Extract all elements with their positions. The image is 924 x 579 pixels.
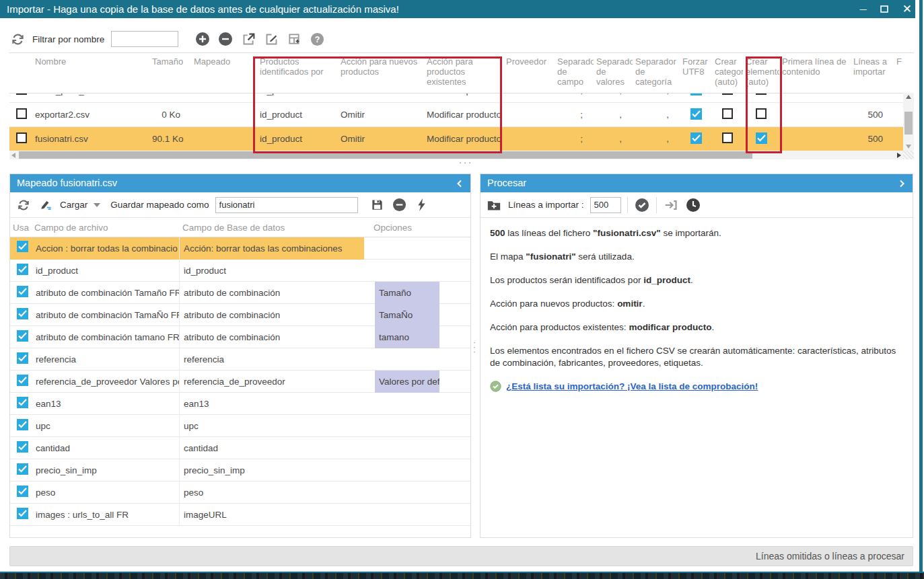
file-row[interactable]: exportar2.csv0 Koid_productOmitirModific… [9, 103, 914, 127]
column-header[interactable]: F [894, 53, 903, 93]
create_cat-checkbox[interactable] [722, 132, 733, 143]
usa-checkbox[interactable] [17, 441, 28, 453]
mapping-row[interactable]: Accion : borrar todas la combinacioAcció… [10, 237, 470, 260]
horizontal-splitter[interactable]: ··· [452, 159, 479, 168]
cell-option[interactable] [375, 237, 439, 260]
column-header[interactable]: Separador de categoría [633, 53, 680, 93]
add-icon[interactable] [194, 31, 211, 47]
mapping-row[interactable]: atributo de combinación Tamaño FRatribut… [10, 282, 470, 304]
vscroll-thumb[interactable] [904, 112, 913, 134]
refresh-icon[interactable] [15, 197, 32, 213]
usa-checkbox[interactable] [17, 286, 28, 297]
cell-option[interactable] [375, 437, 439, 459]
cargar-button[interactable]: Cargar [60, 200, 87, 210]
filter-input[interactable] [111, 31, 178, 47]
column-header[interactable]: Tamaño [149, 53, 191, 93]
usa-checkbox[interactable] [17, 264, 28, 275]
column-header[interactable]: Separado de valores [594, 53, 633, 93]
usa-checkbox[interactable] [17, 508, 28, 519]
column-header[interactable]: Productos identificados por [257, 53, 338, 93]
process-panel-header[interactable]: Procesar [481, 174, 913, 192]
folder-plus-icon[interactable] [486, 197, 502, 213]
refresh-icon[interactable] [9, 31, 26, 47]
open-external-icon[interactable] [240, 31, 256, 47]
lines-input[interactable] [590, 197, 621, 213]
create_cat-checkbox[interactable] [722, 108, 733, 119]
column-header[interactable]: Crear elementos (auto) [743, 53, 779, 93]
mapping-panel-header[interactable]: Mapeado fusionatri.csv [10, 174, 470, 192]
utf8-checkbox[interactable] [690, 108, 702, 120]
lightning-icon[interactable] [414, 197, 430, 213]
cell-option[interactable]: Valores por defecto [375, 371, 439, 393]
clock-icon[interactable] [685, 197, 701, 213]
cell-option[interactable]: Tamaño [375, 282, 439, 304]
save-as-input[interactable] [215, 197, 358, 213]
usa-checkbox[interactable] [17, 375, 28, 386]
minimize-icon[interactable]: ─ [860, 4, 867, 15]
column-header[interactable]: Mapeado [191, 53, 257, 93]
create_cat-checkbox[interactable] [722, 93, 733, 95]
column-header[interactable]: Nombre [32, 53, 149, 93]
hscroll-thumb[interactable] [19, 151, 752, 159]
usa-checkbox[interactable] [17, 308, 28, 319]
remove-icon[interactable] [217, 31, 234, 47]
cell-option[interactable] [375, 415, 439, 437]
column-header[interactable] [9, 53, 32, 93]
row-select-checkbox[interactable] [16, 132, 27, 143]
usa-checkbox[interactable] [17, 330, 28, 342]
column-header[interactable]: Separado de campo [555, 53, 594, 93]
remove-icon[interactable] [392, 197, 408, 213]
mapping-row[interactable]: ean13ean13 [10, 393, 470, 415]
edit-icon[interactable] [263, 31, 279, 47]
mapping-row[interactable]: pesopeso [10, 481, 470, 504]
cell-option[interactable] [375, 504, 439, 526]
column-header[interactable]: Crear categorías (auto) [712, 53, 743, 93]
checklist-link[interactable]: ¿Está lista su importación? ¡Vea la list… [506, 381, 758, 391]
file-row[interactable]: crear_prod_csv.csv0.4 Koid_productOmitir… [9, 93, 914, 103]
check-circle-icon[interactable] [634, 197, 650, 213]
mapping-row[interactable]: referenciareferencia [10, 348, 470, 371]
row-select-checkbox[interactable] [16, 108, 27, 119]
column-header[interactable]: Acción para productos existentes [424, 53, 503, 93]
vertical-splitter[interactable]: ··· [470, 340, 478, 366]
utf8-checkbox[interactable] [690, 132, 702, 144]
row-select-checkbox[interactable] [16, 93, 27, 95]
file-row[interactable]: fusionatri.csv90.1 Koid_productOmitirMod… [9, 127, 914, 151]
usa-checkbox[interactable] [17, 486, 28, 497]
column-header[interactable]: Primera línea de contenido [779, 53, 851, 93]
usa-checkbox[interactable] [17, 352, 28, 364]
cell-option[interactable] [375, 348, 439, 371]
mapping-row[interactable]: referencia_de_proveedor Valores por defe… [10, 371, 470, 393]
cell-option[interactable] [375, 459, 439, 481]
column-header[interactable]: Líneas a importar [851, 53, 894, 93]
create_elem-checkbox[interactable] [756, 108, 767, 119]
chevron-right-icon[interactable] [898, 180, 906, 188]
utf8-checkbox[interactable] [690, 93, 702, 95]
mapping-row[interactable]: precio_sin_impprecio_sin_imp [10, 459, 470, 481]
cell-option[interactable]: TamaÑo [375, 304, 439, 326]
column-header[interactable]: Proveedor [503, 53, 555, 93]
mapping-row[interactable]: upcupc [10, 415, 470, 437]
usa-checkbox[interactable] [17, 397, 28, 408]
caret-down-icon[interactable] [94, 202, 100, 208]
create_elem-checkbox[interactable] [756, 93, 767, 95]
cell-option[interactable] [375, 393, 439, 415]
files-vertical-scrollbar[interactable] [903, 93, 914, 151]
usa-checkbox[interactable] [17, 241, 28, 252]
cell-option[interactable] [375, 481, 439, 504]
save-view-icon[interactable] [286, 31, 302, 47]
import-icon[interactable] [663, 197, 679, 213]
maximize-icon[interactable] [880, 5, 889, 13]
close-icon[interactable]: ✕ [902, 2, 912, 16]
mapping-row[interactable]: images : urls_to_all FRimageURL [10, 504, 470, 526]
usa-checkbox[interactable] [17, 463, 28, 475]
column-header[interactable]: Forzar UTF8 [680, 53, 712, 93]
column-header[interactable]: Acción para nuevos productos [338, 53, 424, 93]
mapping-row[interactable]: atributo de combinación tamano FRatribut… [10, 326, 470, 348]
chevron-left-icon[interactable] [456, 180, 464, 188]
mapping-row[interactable]: cantidadcantidad [10, 437, 470, 459]
save-icon[interactable] [369, 197, 386, 213]
load-mapping-icon[interactable] [38, 197, 54, 213]
create_elem-checkbox[interactable] [756, 132, 767, 144]
cell-option[interactable] [375, 260, 439, 282]
